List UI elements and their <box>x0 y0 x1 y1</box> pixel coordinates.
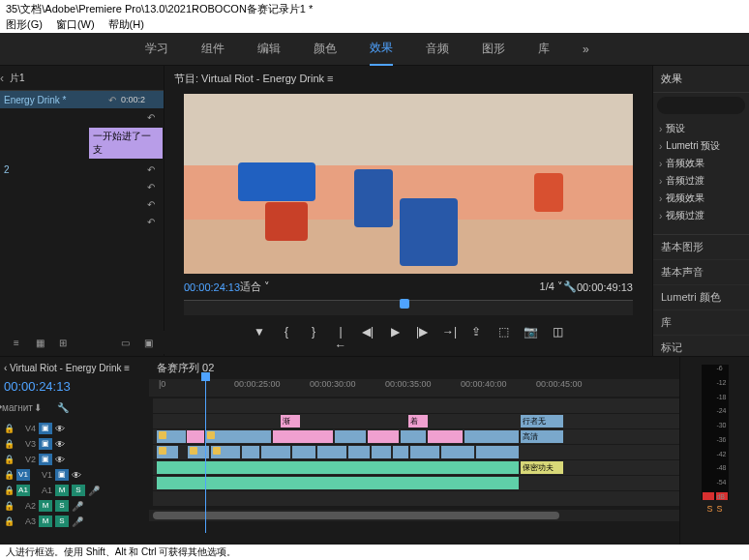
list-view-icon[interactable]: ≡ <box>8 335 25 350</box>
marker-icon[interactable]: ⬇ <box>29 399 46 415</box>
timecode-in[interactable]: 00:00:24:13 <box>184 281 240 293</box>
undo-icon[interactable]: ↶ <box>142 214 160 229</box>
clip[interactable] <box>242 446 259 458</box>
clip[interactable] <box>205 430 271 443</box>
effects-search[interactable] <box>657 97 745 114</box>
tab-learn[interactable]: 学习 <box>145 41 168 57</box>
track-header[interactable]: 🔒V1V1▣👁 <box>4 467 145 483</box>
audio-clip[interactable] <box>157 461 519 474</box>
undo-icon[interactable]: ↶ <box>142 109 160 125</box>
menu-window[interactable]: 窗口(W) <box>56 17 95 31</box>
tab-graphics[interactable]: 图形 <box>482 41 505 57</box>
solo-button[interactable]: S <box>706 504 712 514</box>
mark-in-icon[interactable]: ▼ <box>253 325 266 352</box>
undo-icon[interactable]: ↶ <box>104 92 121 107</box>
time-ruler[interactable]: |000:00:25:0000:00:30:0000:00:35:0000:00… <box>149 379 679 397</box>
playhead[interactable] <box>205 372 206 533</box>
track-header[interactable]: 🔒V3▣👁 <box>4 436 145 452</box>
step-fwd-icon[interactable]: |▶ <box>415 325 429 352</box>
clip[interactable] <box>348 446 370 458</box>
track-header[interactable]: 🔒A3MS🎤 <box>4 514 145 529</box>
track-a1[interactable]: 保密功夫 <box>153 460 679 475</box>
settings-icon[interactable]: 🔧 <box>54 399 72 415</box>
track-header[interactable]: 🔒V2▣👁 <box>4 452 145 467</box>
panel-tab[interactable]: 基本图形 <box>653 235 749 260</box>
clip[interactable] <box>476 446 519 458</box>
wrench-icon[interactable]: 🔧 <box>563 280 577 293</box>
track-header[interactable]: 🔒A2MS🎤 <box>4 498 145 514</box>
clip[interactable]: 行者无 <box>521 415 563 427</box>
timeline-scrollbar[interactable] <box>149 510 679 521</box>
audio-clip[interactable] <box>157 477 519 489</box>
go-in-icon[interactable]: |← <box>334 325 347 352</box>
clip[interactable] <box>428 430 463 443</box>
track-v4[interactable] <box>153 398 679 413</box>
extract-icon[interactable]: ⬚ <box>496 325 510 352</box>
clip[interactable] <box>187 430 204 443</box>
freeform-icon[interactable]: ⊞ <box>54 335 72 350</box>
new-item-icon[interactable]: ▣ <box>139 335 157 350</box>
clip[interactable] <box>410 446 439 458</box>
scrub-bar[interactable] <box>184 300 633 315</box>
clip[interactable] <box>157 446 178 458</box>
step-back-icon[interactable]: ◀| <box>361 325 374 352</box>
tab-effects[interactable]: 效果 <box>370 40 393 66</box>
track-v3[interactable]: 渐 着 行者无 <box>153 414 679 428</box>
compare-icon[interactable]: ◫ <box>551 325 564 352</box>
effects-folder[interactable]: 视频效果 <box>653 190 749 207</box>
effects-folder[interactable]: 音频过渡 <box>653 172 749 190</box>
clip[interactable] <box>372 446 391 458</box>
effects-folder[interactable]: 预设 <box>653 120 749 137</box>
clip[interactable] <box>368 430 399 443</box>
clip[interactable] <box>464 430 519 443</box>
undo-icon[interactable]: ↶ <box>142 196 160 212</box>
panel-tab[interactable]: 库 <box>653 310 749 336</box>
clip[interactable] <box>273 430 333 443</box>
clip[interactable] <box>317 446 346 458</box>
clip[interactable] <box>393 446 408 458</box>
snap-icon[interactable]: �магнит <box>4 399 21 415</box>
tab-library[interactable]: 库 <box>538 41 550 57</box>
clip[interactable]: 渐 <box>281 415 300 427</box>
clip[interactable] <box>292 446 315 458</box>
solo-button[interactable]: S <box>717 504 723 514</box>
effects-folder[interactable]: Lumetri 预设 <box>653 137 749 155</box>
clip[interactable] <box>401 430 426 443</box>
go-out-icon[interactable]: →| <box>442 325 456 352</box>
clip[interactable] <box>211 446 240 458</box>
fit-dropdown[interactable]: 适合 ˅ <box>240 280 270 294</box>
tab-more[interactable]: » <box>583 43 589 56</box>
effects-folder[interactable]: 视频过渡 <box>653 207 749 224</box>
menu-help[interactable]: 帮助(H) <box>108 17 144 31</box>
track-v2[interactable]: 高清 <box>153 429 679 444</box>
clip[interactable] <box>157 430 186 443</box>
project-item[interactable]: Energy Drink * <box>4 95 104 105</box>
mark-out-icon[interactable]: { <box>280 325 293 352</box>
track-a2[interactable] <box>153 476 679 490</box>
clip[interactable] <box>335 430 366 443</box>
video-monitor[interactable] <box>184 94 633 274</box>
playhead-icon[interactable] <box>400 299 409 309</box>
tab-assembly[interactable]: 组件 <box>201 41 225 57</box>
effects-folder[interactable]: 音频效果 <box>653 155 749 172</box>
undo-icon[interactable]: ↶ <box>142 162 160 177</box>
undo-icon[interactable]: ↶ <box>142 179 160 194</box>
lift-icon[interactable]: ⇪ <box>469 325 483 352</box>
track-v1[interactable] <box>153 445 679 459</box>
track-header[interactable]: 🔒A1A1MS🎤 <box>4 483 145 498</box>
zoom-dropdown[interactable]: 1/4 ˅ <box>540 280 563 293</box>
source-timecode[interactable]: 00:00:24:13 <box>4 375 145 398</box>
panel-tab[interactable]: 基本声音 <box>653 260 749 285</box>
clip[interactable] <box>261 446 290 458</box>
menu-graphics[interactable]: 图形(G) <box>6 17 43 31</box>
clip[interactable]: 着 <box>408 415 428 427</box>
audio-clip[interactable]: 保密功夫 <box>521 461 563 474</box>
tab-editing[interactable]: 编辑 <box>257 41 281 57</box>
track-a3[interactable] <box>153 491 679 506</box>
tab-color[interactable]: 颜色 <box>314 41 337 57</box>
mark-out-icon[interactable]: } <box>307 325 320 352</box>
tab-audio[interactable]: 音频 <box>426 41 449 57</box>
track-header[interactable]: 🔒V4▣👁 <box>4 421 145 436</box>
marker-label[interactable]: 一开始进了一支 <box>89 128 163 159</box>
clip[interactable] <box>441 446 474 458</box>
